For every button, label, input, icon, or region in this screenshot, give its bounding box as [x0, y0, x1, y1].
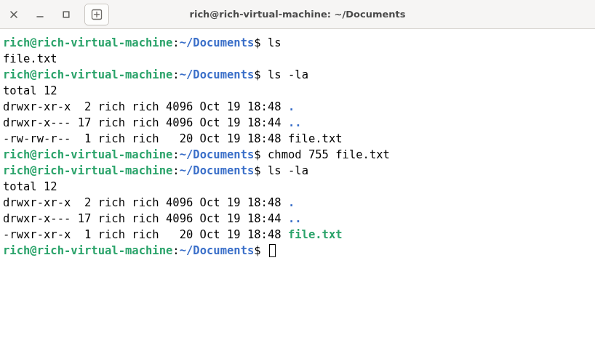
prompt-path: ~/Documents: [180, 164, 255, 177]
window-controls: [6, 7, 74, 23]
prompt-path: ~/Documents: [180, 36, 255, 49]
plus-icon: [91, 9, 103, 20]
terminal-output-line: -rw-rw-r-- 1 rich rich 20 Oct 19 18:48 f…: [3, 131, 592, 147]
terminal-output-line: drwxr-x--- 17 rich rich 4096 Oct 19 18:4…: [3, 115, 592, 131]
terminal-output-line: -rwxr-xr-x 1 rich rich 20 Oct 19 18:48 f…: [3, 227, 592, 243]
terminal-command-line: rich@rich-virtual-machine:~/Documents$ l…: [3, 35, 592, 51]
filename: file.txt: [288, 228, 343, 241]
filename: ..: [288, 116, 302, 129]
terminal-output-line: drwxr-xr-x 2 rich rich 4096 Oct 19 18:48…: [3, 99, 592, 115]
terminal-command-line: rich@rich-virtual-machine:~/Documents$: [3, 243, 592, 259]
prompt-user: rich@rich-virtual-machine: [3, 36, 172, 49]
terminal-output-line: total 12: [3, 179, 592, 195]
minimize-icon[interactable]: [32, 7, 48, 23]
terminal-command-line: rich@rich-virtual-machine:~/Documents$ l…: [3, 67, 592, 83]
maximize-icon[interactable]: [58, 7, 74, 23]
terminal-output-line: drwxr-xr-x 2 rich rich 4096 Oct 19 18:48…: [3, 195, 592, 211]
svg-rect-0: [63, 12, 69, 17]
terminal-output-line: file.txt: [3, 51, 592, 67]
terminal-output-line: drwxr-x--- 17 rich rich 4096 Oct 19 18:4…: [3, 211, 592, 227]
prompt-path: ~/Documents: [180, 68, 255, 81]
prompt-user: rich@rich-virtual-machine: [3, 244, 172, 257]
filename: .: [288, 196, 295, 209]
terminal-command-line: rich@rich-virtual-machine:~/Documents$ c…: [3, 147, 592, 163]
prompt-path: ~/Documents: [180, 148, 255, 161]
filename: ..: [288, 212, 302, 225]
prompt-user: rich@rich-virtual-machine: [3, 164, 172, 177]
prompt-user: rich@rich-virtual-machine: [3, 148, 172, 161]
terminal-output-line: total 12: [3, 83, 592, 99]
window-title: rich@rich-virtual-machine: ~/Documents: [190, 9, 406, 20]
prompt-user: rich@rich-virtual-machine: [3, 68, 172, 81]
titlebar: rich@rich-virtual-machine: ~/Documents: [0, 0, 595, 29]
terminal-command-line: rich@rich-virtual-machine:~/Documents$ l…: [3, 163, 592, 179]
close-icon[interactable]: [6, 7, 22, 23]
cursor: [269, 244, 276, 257]
prompt-path: ~/Documents: [180, 244, 255, 257]
terminal-area[interactable]: rich@rich-virtual-machine:~/Documents$ l…: [0, 29, 595, 262]
filename: .: [288, 100, 295, 113]
new-tab-button[interactable]: [84, 4, 109, 25]
